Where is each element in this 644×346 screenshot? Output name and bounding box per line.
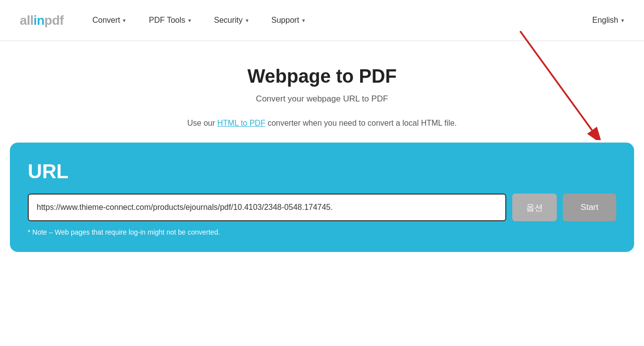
chevron-down-icon: ▾ bbox=[302, 17, 305, 24]
chevron-down-icon: ▾ bbox=[123, 17, 126, 24]
chevron-down-icon: ▾ bbox=[246, 17, 249, 24]
header: allinpdf Convert ▾ PDF Tools ▾ Security … bbox=[0, 0, 644, 41]
content-area: Webpage to PDF Convert your webpage URL … bbox=[0, 41, 644, 252]
nav-convert[interactable]: Convert ▾ bbox=[83, 12, 135, 29]
chevron-down-icon: ▾ bbox=[188, 17, 191, 24]
logo-text: allinpdf bbox=[20, 13, 63, 28]
main-nav: Convert ▾ PDF Tools ▾ Security ▾ Support… bbox=[83, 12, 592, 29]
info-text: Use our HTML to PDF converter when you n… bbox=[20, 119, 624, 128]
main-content: Webpage to PDF Convert your webpage URL … bbox=[0, 41, 644, 143]
start-button[interactable]: Start bbox=[563, 194, 616, 221]
blue-section: URL 옵션 Start * Note – Web pages that req… bbox=[10, 143, 634, 252]
page-subtitle: Convert your webpage URL to PDF bbox=[20, 94, 624, 104]
url-input[interactable] bbox=[28, 194, 506, 221]
options-button[interactable]: 옵션 bbox=[512, 194, 557, 221]
nav-security[interactable]: Security ▾ bbox=[205, 12, 258, 29]
note-text: * Note – Web pages that require log-in m… bbox=[28, 228, 616, 236]
url-label: URL bbox=[28, 160, 616, 183]
language-selector[interactable]: English ▾ bbox=[592, 16, 624, 25]
nav-support[interactable]: Support ▾ bbox=[263, 12, 314, 29]
html-to-pdf-link[interactable]: HTML to PDF bbox=[217, 119, 266, 127]
chevron-down-icon: ▾ bbox=[621, 17, 624, 24]
input-row: 옵션 Start bbox=[28, 194, 616, 221]
page-title: Webpage to PDF bbox=[20, 66, 624, 87]
nav-pdf-tools[interactable]: PDF Tools ▾ bbox=[140, 12, 200, 29]
logo[interactable]: allinpdf bbox=[20, 13, 63, 28]
